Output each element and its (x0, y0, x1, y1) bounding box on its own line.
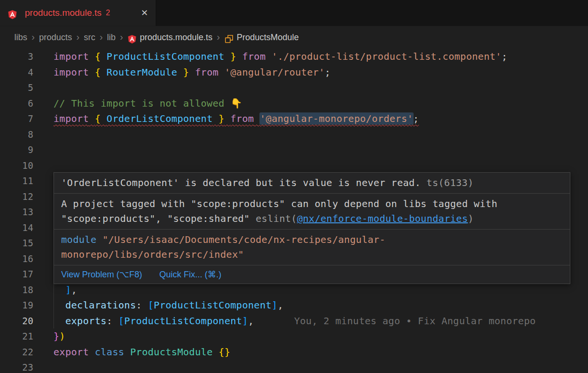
code-token: ProductListComponent (154, 299, 272, 311)
code-token: './product-list/product-list.component' (272, 51, 502, 62)
breadcrumb-item-libs[interactable]: libs (14, 33, 27, 43)
angular-icon (128, 34, 137, 44)
hover-module-keyword: module (61, 234, 96, 245)
code-token: from (230, 113, 254, 124)
code-token (89, 51, 95, 62)
code-line-5[interactable]: 5 (0, 80, 588, 96)
code-token: exports (65, 315, 107, 327)
hover-space (96, 234, 102, 245)
code-token: from (195, 66, 218, 78)
code-token: // This import is not allowed (53, 98, 230, 109)
hover-ts-message: 'OrderListComponent' is declared but its… (61, 177, 421, 188)
line-number[interactable]: 16 (0, 251, 33, 267)
chevron-right-icon: › (217, 32, 220, 43)
code-line-20[interactable]: 20 exports: [ProductListComponent],You, … (0, 313, 588, 329)
code-token: , (71, 284, 77, 296)
hover-message-eslint: A project tagged with "scope:products" c… (54, 194, 570, 230)
code-token: ] (242, 315, 248, 327)
code-token: ] (65, 284, 71, 296)
tab-error-badge: 2 (106, 9, 110, 17)
line-number[interactable]: 10 (0, 158, 33, 174)
code-content: export class ProductsModule {} (33, 344, 588, 360)
line-number[interactable]: 5 (0, 80, 33, 96)
code-line-3[interactable]: 3import { ProductListComponent } from '.… (0, 49, 588, 65)
code-token: } (183, 66, 189, 78)
line-number[interactable]: 11 (0, 173, 33, 189)
code-line-6[interactable]: 6// This import is not allowed 👇 (0, 96, 588, 111)
editor-tab[interactable]: products.module.ts 2 ✕ (0, 0, 156, 26)
line-number[interactable]: 7 (0, 111, 33, 127)
code-token (236, 51, 242, 62)
line-number[interactable]: 15 (0, 235, 33, 251)
code-token (189, 66, 195, 78)
breadcrumb-item-symbol[interactable]: ProductsModule (237, 33, 299, 43)
code-line-10[interactable]: 10 (0, 158, 588, 174)
hover-message-module: module "/Users/isaac/Documents/code/nx-r… (54, 230, 570, 265)
eslint-rule-link[interactable]: @nx/enforce-module-boundaries (297, 213, 468, 224)
code-content (33, 127, 588, 143)
indent-guide (53, 297, 54, 313)
line-number[interactable]: 6 (0, 96, 33, 111)
code-line-4[interactable]: 4import { RouterModule } from '@angular/… (0, 65, 588, 80)
code-token: , (248, 315, 254, 327)
close-icon[interactable]: ✕ (141, 9, 148, 17)
breadcrumb-item-products[interactable]: products (39, 33, 72, 43)
code-token: ProductListComponent (124, 315, 242, 327)
hover-eslint-source-open: eslint( (250, 213, 297, 224)
breadcrumb-item-file[interactable]: products.module.ts (140, 33, 213, 43)
breadcrumb-item-lib[interactable]: lib (107, 33, 116, 43)
line-number[interactable]: 8 (0, 127, 33, 143)
code-line-7[interactable]: 7import { OrderListComponent } from '@an… (0, 111, 588, 127)
line-number[interactable]: 13 (0, 204, 33, 220)
breadcrumb-item-src[interactable]: src (84, 33, 95, 43)
code-token: declarations (65, 299, 136, 311)
code-token: class (95, 346, 124, 358)
code-token: } (219, 113, 225, 124)
code-token: ) (59, 330, 65, 342)
hover-status-bar: View Problem (⌥F8) Quick Fix... (⌘.) (54, 265, 570, 284)
code-content: import { RouterModule } from '@angular/r… (33, 65, 588, 80)
code-token: : (107, 315, 118, 327)
line-number[interactable]: 20 (0, 313, 33, 329)
code-token (124, 346, 130, 358)
line-number[interactable]: 9 (0, 142, 33, 158)
code-token: [ (118, 315, 124, 327)
code-line-22[interactable]: 22export class ProductsModule {} (0, 344, 588, 360)
tab-bar: products.module.ts 2 ✕ (0, 0, 588, 26)
line-number[interactable]: 3 (0, 49, 33, 65)
quick-fix-action[interactable]: Quick Fix... (⌘.) (159, 269, 221, 280)
code-line-21[interactable]: 21}) (0, 329, 588, 344)
line-number[interactable]: 22 (0, 344, 33, 360)
code-content: import { ProductListComponent } from './… (33, 49, 588, 65)
code-line-19[interactable]: 19 declarations: [ProductListComponent], (0, 297, 588, 313)
code-token (101, 51, 107, 62)
line-number[interactable]: 18 (0, 282, 33, 298)
indent-guide (53, 282, 54, 298)
code-token (213, 346, 218, 358)
line-number[interactable]: 17 (0, 266, 33, 282)
line-number[interactable]: 19 (0, 297, 33, 313)
code-token: '@angular/router' (225, 66, 325, 78)
code-content (33, 142, 588, 158)
view-problem-action[interactable]: View Problem (⌥F8) (61, 269, 142, 280)
code-token (219, 66, 225, 78)
code-line-8[interactable]: 8 (0, 127, 588, 143)
code-token (53, 284, 65, 296)
code-content (33, 80, 588, 96)
code-token: {} (219, 346, 231, 358)
code-line-9[interactable]: 9 (0, 142, 588, 158)
line-number[interactable]: 14 (0, 220, 33, 236)
code-line-18[interactable]: 18 ], (0, 282, 588, 298)
angular-icon (8, 10, 17, 20)
chevron-right-icon: › (76, 32, 80, 43)
line-number[interactable]: 23 (0, 360, 33, 373)
line-number[interactable]: 4 (0, 65, 33, 80)
class-symbol-icon (225, 34, 234, 44)
code-content (33, 158, 588, 174)
hover-module-path: "/Users/isaac/Documents/code/nx-recipes/… (61, 234, 385, 260)
code-token (266, 51, 271, 62)
line-number[interactable]: 12 (0, 189, 33, 205)
line-number[interactable]: 21 (0, 329, 33, 344)
code-line-23[interactable]: 23 (0, 360, 588, 373)
code-token: export (53, 346, 89, 358)
